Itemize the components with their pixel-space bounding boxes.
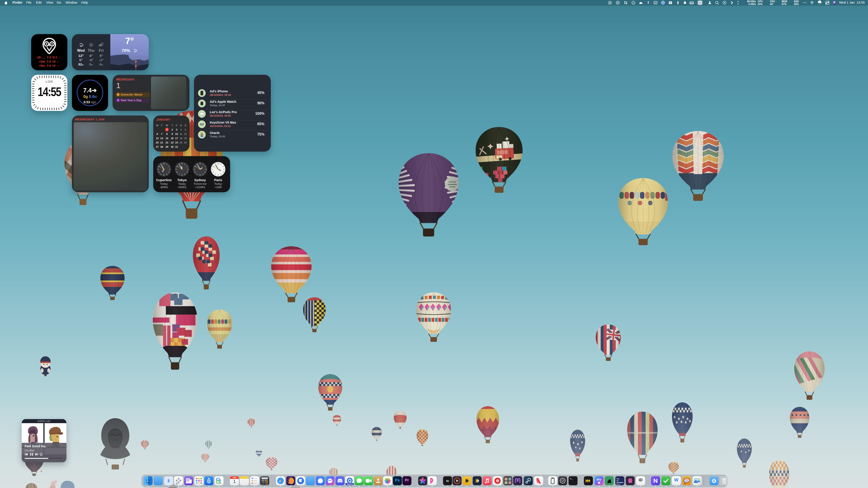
svg-text:12: 12 [163,162,165,164]
svg-text:9: 9 [194,168,195,170]
svg-text:4: 4 [205,171,206,173]
svg-text:8: 8 [177,171,178,173]
svg-text:9: 9 [212,168,213,170]
svg-text:10: 10 [212,165,214,167]
svg-text:1: 1 [184,163,185,165]
svg-text:tv: tv [446,479,449,483]
svg-text:10: 10 [176,165,178,167]
svg-text:12: 12 [181,162,183,164]
svg-text:1: 1 [203,163,204,165]
svg-text:12: 12 [199,162,201,164]
svg-text:5: 5 [221,173,221,175]
svg-text:7: 7 [179,173,180,175]
svg-text:6: 6 [163,174,164,176]
svg-text:4: 4 [223,171,223,173]
svg-text:6: 6 [218,174,219,176]
svg-text:COMIC: COMIC [684,480,689,482]
svg-text:8: 8 [195,171,195,173]
svg-text:3: 3 [205,168,206,170]
svg-text:7: 7 [197,173,197,175]
svg-text:3: 3 [169,168,170,170]
svg-text:BBPC: BBPC [689,2,694,4]
svg-text:8: 8 [158,171,159,173]
svg-text:9: 9 [158,168,158,170]
svg-text:5: 5 [166,173,167,175]
svg-text:Ⅱ: Ⅱ [167,478,170,483]
svg-text:2: 2 [205,165,206,167]
svg-text:w: w [632,2,634,4]
svg-text:6: 6 [199,174,200,176]
svg-text:4: 4 [168,171,169,173]
svg-text:10: 10 [194,165,196,167]
svg-text:1: 1 [166,163,167,165]
svg-text:7: 7 [215,173,216,175]
svg-text:6: 6 [182,174,182,176]
svg-text:10: 10 [158,165,160,167]
svg-text:4: 4 [186,171,187,173]
svg-text:3: 3 [223,168,224,170]
svg-text:2: 2 [168,165,169,167]
svg-text:S: S [699,1,701,4]
svg-text:2: 2 [223,165,223,167]
svg-text:1: 1 [221,163,221,165]
svg-text:SAMPLE: SAMPLE [684,479,689,480]
svg-text:5: 5 [184,173,185,175]
svg-text:8: 8 [213,171,214,173]
svg-text:3: 3 [187,168,188,170]
svg-text:2: 2 [186,165,187,167]
svg-text:9: 9 [176,168,177,170]
svg-text:5: 5 [203,173,204,175]
svg-text:7: 7 [160,173,161,175]
svg-text:12: 12 [217,162,219,164]
